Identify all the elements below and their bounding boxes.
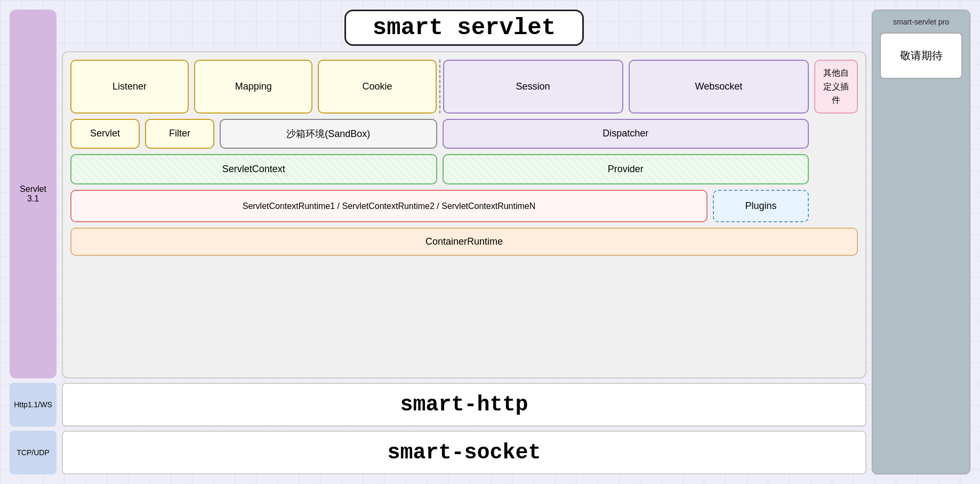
provider-box: Provider [443, 154, 809, 184]
mapping-box: Mapping [194, 60, 312, 114]
tcp-label: TCP/UDP [10, 431, 57, 474]
smart-http-box: smart-http [62, 383, 866, 426]
cookie-box: Cookie [318, 60, 436, 114]
dispatcher-box: Dispatcher [443, 119, 809, 149]
runtime-box: ServletContextRuntime1 / ServletContextR… [70, 190, 708, 223]
filter-box: Filter [145, 119, 214, 149]
servlet-box: Servlet [70, 119, 140, 149]
websocket-box: Websocket [629, 60, 809, 114]
http-label: Http1.1/WS [10, 383, 57, 426]
right-panel: smart-servlet pro 敬请期待 [872, 10, 970, 474]
smart-socket-box: smart-socket [62, 431, 866, 474]
servlet-label: Servlet 3.1 [10, 10, 57, 378]
plugins-box: Plugins [713, 190, 809, 223]
other-plugins-box: 其他自定义插件 [814, 60, 858, 114]
sandbox-box: 沙箱环境(SandBox) [220, 119, 437, 149]
servlet-context-box: ServletContext [70, 154, 437, 184]
listener-box: Listener [70, 60, 189, 114]
right-panel-title: smart-servlet pro [880, 18, 962, 26]
coming-soon-box: 敬请期待 [880, 33, 962, 79]
container-runtime-box: ContainerRuntime [70, 228, 858, 256]
main-title-box: smart servlet [344, 10, 584, 46]
session-box: Session [443, 60, 623, 114]
